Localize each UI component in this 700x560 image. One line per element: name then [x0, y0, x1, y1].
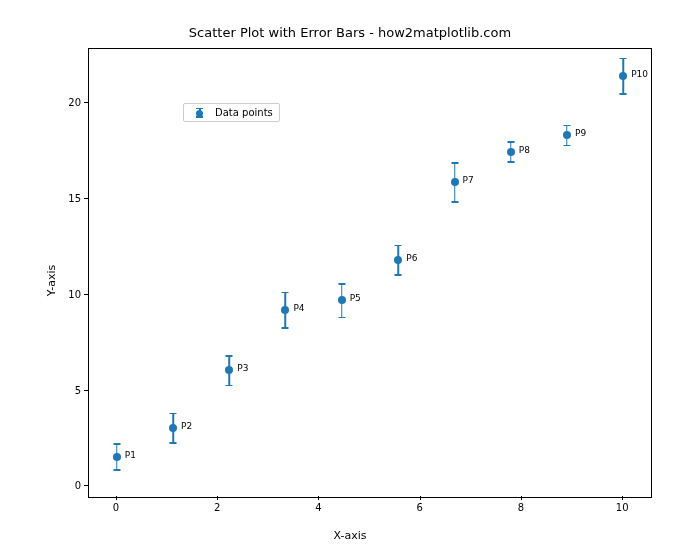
x-tick	[116, 496, 117, 500]
chart-title: Scatter Plot with Error Bars - how2matpl…	[0, 25, 700, 40]
data-point	[169, 424, 177, 432]
y-axis-label: Y-axis	[36, 0, 67, 560]
error-cap	[395, 274, 402, 276]
point-label: P5	[350, 293, 361, 303]
error-cap	[113, 443, 120, 445]
data-point	[563, 131, 571, 139]
x-axis-label: X-axis	[0, 529, 700, 542]
data-point	[507, 148, 515, 156]
legend: Data points	[183, 103, 280, 122]
x-tick	[521, 496, 522, 500]
x-tick	[318, 496, 319, 500]
x-tick	[420, 496, 421, 500]
error-cap	[620, 93, 627, 95]
error-cap	[170, 413, 177, 415]
data-point	[451, 178, 459, 186]
point-label: P9	[575, 128, 586, 138]
point-label: P10	[631, 69, 648, 79]
error-cap	[451, 162, 458, 164]
point-label: P6	[406, 253, 417, 263]
data-point	[619, 72, 627, 80]
y-tick	[84, 390, 88, 391]
data-point	[225, 366, 233, 374]
data-point	[394, 256, 402, 264]
error-cap	[563, 125, 570, 127]
error-cap	[282, 327, 289, 329]
chart-container: Scatter Plot with Error Bars - how2matpl…	[0, 0, 700, 560]
y-tick-label: 20	[68, 96, 81, 107]
error-cap	[113, 469, 120, 471]
data-point	[281, 306, 289, 314]
x-tick-label: 2	[214, 502, 220, 513]
plot-area: Data points P1P2P3P4P5P6P7P8P9P10	[88, 48, 652, 498]
error-cap	[226, 355, 233, 357]
x-tick	[217, 496, 218, 500]
x-tick-label: 6	[416, 502, 422, 513]
y-tick-label: 15	[68, 192, 81, 203]
data-point	[113, 453, 121, 461]
point-label: P1	[125, 450, 136, 460]
error-cap	[451, 201, 458, 203]
y-tick	[84, 198, 88, 199]
error-cap	[395, 245, 402, 247]
error-cap	[282, 292, 289, 294]
x-tick-label: 8	[518, 502, 524, 513]
error-cap	[507, 161, 514, 163]
legend-label: Data points	[215, 107, 273, 118]
data-point	[338, 296, 346, 304]
legend-marker-icon	[190, 108, 210, 118]
y-tick-label: 0	[75, 480, 81, 491]
error-cap	[620, 58, 627, 60]
error-cap	[563, 145, 570, 147]
x-tick-label: 10	[616, 502, 629, 513]
error-cap	[226, 385, 233, 387]
x-tick-label: 0	[113, 502, 119, 513]
point-label: P7	[463, 175, 474, 185]
error-cap	[338, 283, 345, 285]
error-cap	[338, 317, 345, 319]
y-tick-label: 10	[68, 288, 81, 299]
y-tick	[84, 294, 88, 295]
point-label: P3	[237, 363, 248, 373]
error-cap	[170, 442, 177, 444]
x-tick	[622, 496, 623, 500]
x-tick-label: 4	[315, 502, 321, 513]
point-label: P4	[293, 303, 304, 313]
y-tick	[84, 102, 88, 103]
point-label: P8	[519, 145, 530, 155]
y-tick	[84, 485, 88, 486]
point-label: P2	[181, 421, 192, 431]
y-tick-label: 5	[75, 384, 81, 395]
error-cap	[507, 141, 514, 143]
legend-entry: Data points	[190, 107, 273, 118]
